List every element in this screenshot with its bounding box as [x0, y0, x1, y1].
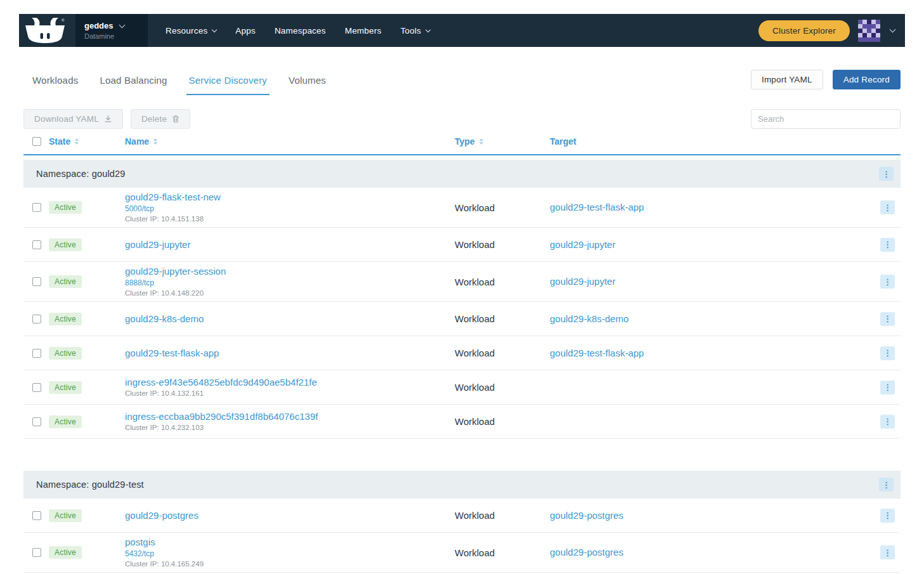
status-badge: Active: [49, 347, 82, 360]
service-name-link[interactable]: gould29-flask-test-new: [125, 192, 221, 203]
service-name-link[interactable]: ingress-eccbaa9bb290c5f391df8b64076c139f: [125, 411, 318, 422]
namespace-label: Namespace: gould29: [36, 169, 126, 179]
column-label: Type: [455, 136, 475, 147]
table-groups: Namespace: gould29 ⋮ Active gould29-flas…: [23, 160, 901, 573]
table-row: Active gould29-test-flask-app Workload g…: [23, 336, 901, 370]
service-name-link[interactable]: gould29-test-flask-app: [125, 348, 219, 359]
target-link[interactable]: gould29-postgres: [550, 547, 623, 558]
group-actions-button[interactable]: ⋮: [879, 167, 894, 181]
service-name-link[interactable]: ingress-e9f43e564825ebfdc9d490ae5b4f21fe: [125, 377, 317, 388]
status-badge: Active: [49, 275, 82, 288]
user-avatar[interactable]: [858, 20, 880, 42]
service-type: Workload: [455, 239, 550, 250]
sort-by-state-link[interactable]: State: [49, 136, 79, 147]
tab-bar: Workloads Load Balancing Service Discove…: [23, 75, 329, 95]
table-row: Active gould29-flask-test-new 5000/tcp C…: [23, 188, 901, 228]
target-link[interactable]: gould29-k8s-demo: [550, 313, 628, 324]
target-link[interactable]: gould29-jupyter: [550, 276, 615, 287]
row-actions-button[interactable]: ⋮: [880, 200, 895, 214]
name-cell: gould29-jupyter-session 8888/tcp Cluster…: [125, 266, 455, 297]
row-checkbox[interactable]: [32, 315, 41, 323]
sort-by-type-link[interactable]: Type: [455, 136, 483, 147]
avatar-identicon: [858, 20, 880, 42]
cluster-ip: Cluster IP: 10.4.165.249: [125, 559, 455, 568]
select-all-checkbox[interactable]: [32, 137, 41, 146]
nav-item-tools[interactable]: Tools: [400, 26, 430, 36]
download-icon: [104, 115, 112, 123]
sort-icon: [479, 138, 483, 145]
row-checkbox[interactable]: [32, 240, 41, 249]
service-name-link[interactable]: gould29-jupyter: [125, 239, 190, 251]
name-cell: gould29-test-flask-app: [125, 348, 455, 359]
cluster-explorer-button[interactable]: Cluster Explorer: [758, 20, 850, 41]
row-actions-button[interactable]: ⋮: [880, 238, 895, 252]
header-actions: Import YAML Add Record: [751, 70, 901, 95]
search-input[interactable]: [751, 109, 901, 129]
row-checkbox[interactable]: [32, 417, 41, 426]
tab-service-discovery[interactable]: Service Discovery: [186, 75, 270, 95]
table-row: Active gould29-postgres Workload gould29…: [23, 499, 901, 533]
chevron-down-icon: [119, 22, 125, 28]
status-badge: Active: [49, 381, 82, 394]
service-type: Workload: [455, 382, 550, 393]
row-actions-button[interactable]: ⋮: [880, 545, 895, 559]
row-checkbox[interactable]: [32, 277, 41, 286]
nav-item-apps[interactable]: Apps: [235, 26, 256, 36]
row-actions-button[interactable]: ⋮: [880, 275, 895, 289]
nav-item-resources[interactable]: Resources: [166, 26, 216, 36]
service-name-link[interactable]: gould29-k8s-demo: [125, 313, 204, 325]
service-name-link[interactable]: postgis: [125, 537, 155, 548]
tab-load-balancing[interactable]: Load Balancing: [97, 75, 169, 95]
table-row: Active gould29-jupyter Workload gould29-…: [23, 228, 901, 262]
import-yaml-button[interactable]: Import YAML: [751, 70, 823, 89]
row-actions-button[interactable]: ⋮: [880, 312, 895, 326]
nav-item-members[interactable]: Members: [345, 26, 382, 36]
navbar-left: ® geddes Datamine Resources Apps Namespa…: [19, 14, 430, 47]
group-actions-button[interactable]: ⋮: [879, 478, 894, 492]
state-cell: Active: [49, 347, 125, 360]
row-actions-button[interactable]: ⋮: [880, 415, 895, 429]
delete-button[interactable]: Delete: [131, 109, 190, 129]
sort-by-name-link[interactable]: Name: [125, 136, 157, 147]
cluster-switcher[interactable]: geddes Datamine: [75, 14, 148, 47]
row-checkbox[interactable]: [32, 349, 41, 358]
row-checkbox[interactable]: [32, 383, 41, 392]
target-link[interactable]: gould29-test-flask-app: [550, 348, 644, 358]
column-label: State: [49, 136, 70, 147]
download-yaml-label: Download YAML: [34, 114, 99, 124]
table-row: Active postgis 5432/tcp Cluster IP: 10.4…: [23, 533, 901, 573]
target-link[interactable]: gould29-jupyter: [550, 239, 615, 250]
name-cell: gould29-postgres: [125, 510, 455, 521]
state-cell: Active: [49, 201, 125, 214]
target-link[interactable]: gould29-test-flask-app: [550, 202, 644, 212]
target-link[interactable]: gould29-postgres: [550, 510, 623, 521]
user-menu-button[interactable]: [888, 27, 897, 34]
service-type: Workload: [455, 277, 550, 287]
status-badge: Active: [49, 509, 82, 522]
row-checkbox[interactable]: [32, 548, 41, 557]
service-port: 5000/tcp: [125, 204, 455, 214]
state-cell: Active: [49, 546, 125, 559]
row-actions-button[interactable]: ⋮: [880, 381, 895, 395]
nav-item-label: Apps: [235, 26, 256, 36]
download-yaml-button[interactable]: Download YAML: [23, 109, 123, 129]
state-cell: Active: [49, 275, 125, 288]
name-cell: postgis 5432/tcp Cluster IP: 10.4.165.24…: [125, 537, 455, 568]
row-actions-button[interactable]: ⋮: [880, 509, 895, 523]
rancher-logo[interactable]: ®: [19, 14, 75, 47]
row-checkbox[interactable]: [32, 511, 41, 520]
service-name-link[interactable]: gould29-postgres: [125, 510, 198, 521]
status-badge: Active: [49, 238, 82, 251]
row-checkbox[interactable]: [32, 203, 41, 212]
row-actions-button[interactable]: ⋮: [880, 346, 895, 360]
add-record-button[interactable]: Add Record: [833, 70, 901, 89]
trash-icon: [172, 115, 179, 123]
tab-workloads[interactable]: Workloads: [30, 75, 81, 95]
service-type: Workload: [455, 348, 550, 358]
service-name-link[interactable]: gould29-jupyter-session: [125, 266, 226, 277]
tab-volumes[interactable]: Volumes: [286, 75, 329, 95]
cluster-subtitle: Datamine: [84, 32, 139, 40]
target-cell: gould29-postgres: [550, 510, 873, 521]
nav-item-namespaces[interactable]: Namespaces: [275, 26, 326, 36]
column-label: Name: [125, 136, 149, 147]
